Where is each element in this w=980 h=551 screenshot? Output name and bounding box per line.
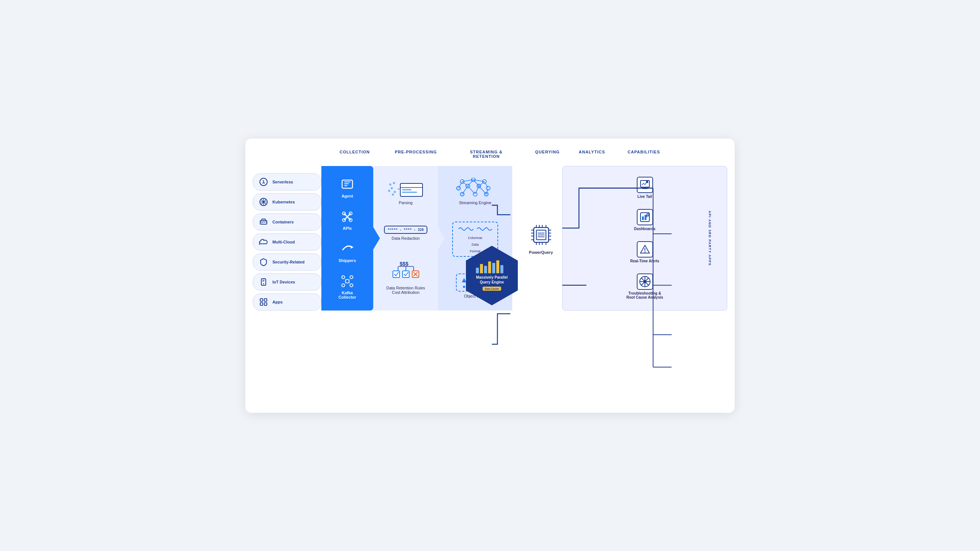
streaming-engine-item: Streaming Engine bbox=[455, 178, 496, 205]
svg-point-108 bbox=[644, 251, 645, 252]
header-capabilities: CAPABILITIES bbox=[612, 150, 675, 159]
header-analytics: ANALYTICS bbox=[571, 150, 612, 159]
kubernetes-label: Kubernetes bbox=[272, 200, 295, 204]
parsing-svg bbox=[387, 181, 425, 198]
svg-point-25 bbox=[389, 183, 391, 186]
streaming-engine-svg bbox=[455, 178, 496, 198]
shippers-icon bbox=[340, 241, 355, 256]
bar-6 bbox=[496, 260, 499, 273]
security-label: Security-Related bbox=[272, 260, 305, 264]
serverless-icon: λ bbox=[258, 177, 269, 187]
alerts-label: Real-Time Alerts bbox=[630, 259, 659, 263]
query-engine-badge: Data Cache bbox=[483, 286, 501, 291]
dot1 bbox=[463, 286, 465, 288]
serverless-label: Serverless bbox=[272, 180, 293, 184]
sources-column: λ Serverless Kubernetes bbox=[253, 166, 321, 311]
svg-point-27 bbox=[391, 187, 393, 189]
dashboards-icon bbox=[637, 209, 653, 225]
retention-item: $$$ Data Retention Rules Cost Attributio… bbox=[386, 261, 425, 295]
collection-column: Agent APIs bbox=[321, 166, 373, 311]
bar-3 bbox=[484, 266, 487, 273]
bar-1 bbox=[476, 268, 479, 273]
kafka-icon bbox=[340, 274, 355, 289]
svg-line-24 bbox=[349, 283, 350, 283]
capability-live-tail: Live Tail bbox=[570, 177, 719, 198]
streaming-engine-label: Streaming Engine bbox=[459, 200, 491, 205]
svg-line-56 bbox=[462, 181, 468, 186]
svg-point-20 bbox=[350, 284, 353, 287]
svg-rect-40 bbox=[393, 271, 399, 278]
multicloud-label: Multi-Cloud bbox=[272, 240, 295, 244]
redaction-box: ***** - **** - 328 bbox=[384, 225, 428, 234]
svg-point-28 bbox=[388, 190, 390, 192]
svg-point-6 bbox=[263, 283, 264, 284]
capability-alerts: Real-Time Alerts bbox=[570, 241, 719, 263]
containers-icon bbox=[258, 217, 269, 227]
redaction-item: ***** - **** - 328 Data Redaction bbox=[384, 225, 428, 240]
svg-rect-8 bbox=[264, 299, 267, 301]
svg-point-19 bbox=[342, 284, 345, 287]
svg-line-61 bbox=[462, 186, 468, 194]
preprocessing-column: Parsing ***** - **** - 328 Data Redactio… bbox=[373, 166, 438, 311]
capability-dashboards: Dashboards bbox=[570, 209, 719, 231]
powerquery-item: PowerQuery bbox=[528, 222, 554, 254]
svg-point-4 bbox=[262, 223, 262, 224]
live-tail-icon bbox=[637, 177, 653, 193]
source-multicloud: Multi-Cloud bbox=[253, 233, 321, 251]
source-security: Security-Related bbox=[253, 254, 321, 270]
source-serverless: λ Serverless bbox=[253, 173, 321, 191]
multicloud-icon bbox=[258, 237, 269, 247]
live-tail-label: Live Tail bbox=[638, 195, 652, 198]
header-streaming: STREAMING & RETENTION bbox=[449, 150, 523, 159]
svg-rect-9 bbox=[260, 303, 263, 305]
capability-troubleshooting: Troubleshooting & Root Cause Analysis bbox=[570, 273, 719, 299]
header-preprocessing: PRE-PROCESSING bbox=[382, 150, 449, 159]
svg-rect-3 bbox=[260, 221, 267, 224]
security-icon bbox=[258, 257, 269, 267]
retention-svg: $$$ bbox=[389, 261, 423, 283]
query-engine-title: Massively Parallel Query Engine bbox=[476, 275, 508, 284]
containers-label: Containers bbox=[272, 220, 294, 224]
svg-rect-10 bbox=[264, 303, 267, 305]
header-collection: COLLECTION bbox=[327, 150, 382, 159]
troubleshooting-icon bbox=[637, 273, 653, 290]
svg-text:$$$: $$$ bbox=[399, 261, 409, 267]
diagram-container: COLLECTION PRE-PROCESSING STREAMING & RE… bbox=[245, 138, 735, 413]
svg-rect-41 bbox=[402, 271, 409, 278]
query-engine-hexagon: Massively Parallel Query Engine Data Cac… bbox=[466, 246, 518, 305]
bar-4 bbox=[488, 261, 491, 273]
query-engine-inner: Massively Parallel Query Engine Data Cac… bbox=[472, 256, 512, 295]
collection-agent: Agent bbox=[340, 177, 355, 198]
kubernetes-icon bbox=[258, 197, 269, 207]
source-apps: Apps bbox=[253, 294, 321, 311]
retention-label: Data Retention Rules Cost Attribution bbox=[386, 286, 425, 295]
iot-icon bbox=[258, 277, 269, 287]
svg-text:λ: λ bbox=[262, 180, 265, 185]
source-containers: Containers bbox=[253, 213, 321, 230]
svg-point-18 bbox=[350, 276, 353, 279]
svg-point-72 bbox=[463, 286, 465, 288]
apps-icon bbox=[258, 297, 269, 307]
svg-line-59 bbox=[479, 181, 484, 186]
svg-line-22 bbox=[349, 279, 350, 280]
svg-point-30 bbox=[392, 194, 394, 196]
collection-kafka: Kafka Collector bbox=[339, 274, 356, 299]
powerquery-svg bbox=[528, 222, 554, 248]
svg-line-23 bbox=[345, 283, 346, 283]
collection-shippers: Shippers bbox=[339, 241, 356, 263]
apps-label: Apps bbox=[272, 300, 283, 304]
shippers-label: Shippers bbox=[339, 258, 356, 263]
redaction-label: Data Redaction bbox=[392, 236, 420, 240]
svg-rect-104 bbox=[642, 216, 644, 220]
kafka-label: Kafka Collector bbox=[339, 291, 356, 299]
source-iot: IoT Devices bbox=[253, 273, 321, 291]
bar-7 bbox=[500, 265, 503, 273]
source-kubernetes: Kubernetes bbox=[253, 194, 321, 210]
capabilities-column: Live Tail Dashboards bbox=[562, 166, 727, 311]
svg-line-64 bbox=[479, 186, 486, 194]
svg-line-62 bbox=[468, 186, 475, 194]
svg-rect-105 bbox=[644, 215, 646, 220]
parsing-label: Parsing bbox=[399, 200, 412, 205]
alerts-icon bbox=[637, 241, 653, 257]
agent-icon bbox=[340, 177, 355, 192]
